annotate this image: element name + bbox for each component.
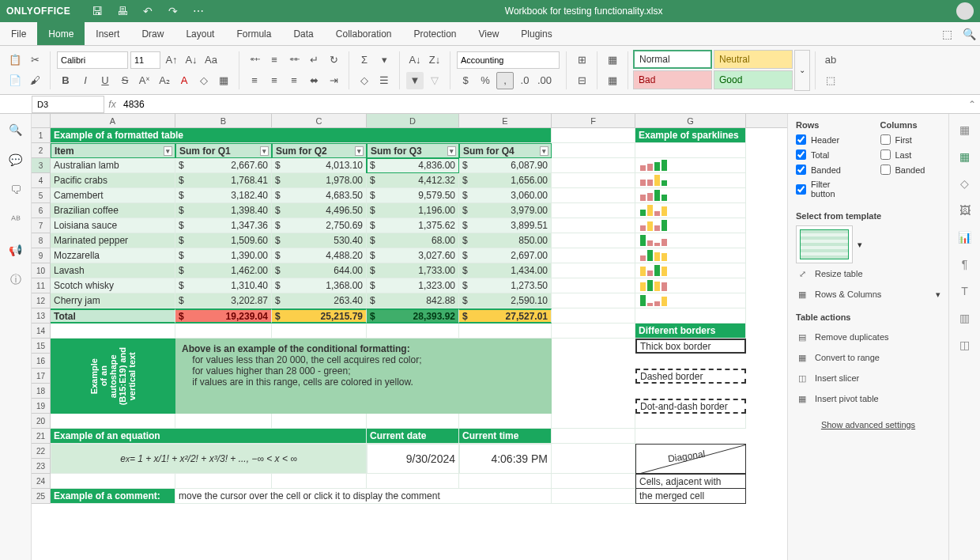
font-name-select[interactable] (57, 51, 128, 69)
paste-icon[interactable]: 📄 (6, 72, 24, 89)
current-time-cell[interactable]: 4:06:39 PM (459, 444, 552, 474)
cell[interactable] (552, 218, 635, 233)
orientation-icon[interactable]: ↻ (325, 51, 342, 69)
cell[interactable]: $25,215.79 (272, 308, 367, 324)
row-header-12[interactable]: 12 (32, 293, 51, 308)
row-header-20[interactable]: 20 (32, 414, 51, 429)
font-size-select[interactable] (130, 51, 160, 69)
advanced-settings-link[interactable]: Show advanced settings (796, 420, 940, 429)
item-cell[interactable]: Mozzarella (51, 248, 175, 263)
menu-collaboration[interactable]: Collaboration (325, 22, 403, 45)
cell[interactable]: $1,656.00 (459, 173, 552, 188)
cell[interactable] (552, 233, 635, 248)
find-icon[interactable]: 🔍 (8, 122, 24, 138)
indent-icon[interactable]: ⇥ (325, 72, 342, 89)
row-header-22[interactable]: 22 (32, 444, 51, 459)
formula-expand-icon[interactable]: ⌃ (964, 99, 980, 110)
italic-button[interactable]: I (77, 72, 94, 89)
sparkline-cell[interactable] (635, 173, 746, 188)
clear-icon[interactable]: ◇ (356, 72, 373, 89)
row-header-16[interactable]: 16 (32, 354, 51, 369)
cell-reference-input[interactable] (32, 96, 104, 113)
col-header-F[interactable]: F (552, 114, 635, 127)
search-icon[interactable]: 🔍 (958, 22, 980, 45)
save-icon[interactable]: 🖫 (89, 3, 105, 19)
cell[interactable]: $1,978.00 (272, 173, 367, 188)
align-bottom-icon[interactable]: ⬵ (285, 51, 303, 69)
time-label[interactable]: Current time (459, 429, 552, 444)
row-header-8[interactable]: 8 (32, 233, 51, 248)
cell[interactable]: $1,347.36 (175, 218, 272, 233)
equation-title[interactable]: Example of an equation (51, 429, 367, 444)
item-cell[interactable]: Scotch whisky (51, 278, 175, 293)
named-range-icon[interactable]: ☰ (375, 72, 393, 89)
cell[interactable] (552, 429, 635, 444)
menu-file[interactable]: File (0, 22, 37, 45)
chk-banded-cols[interactable]: Banded (880, 165, 941, 175)
menu-data[interactable]: Data (282, 22, 324, 45)
table-header[interactable]: Sum for Q3 (367, 143, 459, 158)
item-cell[interactable]: Lavash (51, 263, 175, 278)
item-cell[interactable]: Cherry jam (51, 293, 175, 308)
sparklines-title[interactable]: Example of sparklines (635, 128, 746, 143)
comment-text[interactable]: move the cursor over the cell or click i… (175, 489, 552, 504)
cell[interactable]: $2,750.69 (272, 218, 367, 233)
sparkline-cell[interactable] (635, 248, 746, 263)
cell[interactable]: $1,375.62 (367, 218, 459, 233)
cell[interactable]: $2,697.00 (459, 248, 552, 263)
cell[interactable]: $1,196.00 (367, 203, 459, 218)
replace-icon[interactable]: ab (822, 51, 839, 69)
cell[interactable] (552, 444, 635, 474)
fill-color-button[interactable]: ◇ (195, 72, 213, 89)
chk-banded-rows[interactable]: Banded (796, 165, 857, 175)
superscript-button[interactable]: Aˣ (136, 72, 153, 89)
cell[interactable]: $1,733.00 (367, 263, 459, 278)
style-normal[interactable]: Normal (633, 50, 712, 69)
about-icon[interactable]: ⓘ (8, 272, 24, 288)
chk-last[interactable]: Last (880, 149, 941, 160)
redo-icon[interactable]: ↷ (165, 3, 181, 19)
cell[interactable] (367, 324, 459, 339)
sparkline-cell[interactable] (635, 158, 746, 173)
chk-header[interactable]: Header (796, 134, 857, 145)
dashed-border-cell[interactable]: Dashed border (635, 369, 746, 384)
chk-total[interactable]: Total (796, 149, 857, 160)
cell[interactable]: $4,488.20 (272, 248, 367, 263)
cell[interactable] (175, 474, 272, 489)
comma-style-icon[interactable]: , (496, 72, 514, 89)
row-header-13[interactable]: 13 (32, 308, 51, 324)
table-settings-icon[interactable]: ▦ (957, 149, 973, 165)
format-painter-icon[interactable]: 🖌 (26, 72, 43, 89)
row-header-3[interactable]: 3 (32, 158, 51, 173)
style-neutral[interactable]: Neutral (714, 50, 793, 69)
menu-formula[interactable]: Formula (225, 22, 282, 45)
cell-settings-icon[interactable]: ▦ (957, 122, 973, 138)
underline-button[interactable]: U (96, 72, 114, 89)
row-header-9[interactable]: 9 (32, 248, 51, 263)
shape-settings-icon[interactable]: ◇ (957, 176, 973, 191)
menu-draw[interactable]: Draw (130, 22, 175, 45)
subscript-button[interactable]: A₂ (156, 72, 173, 89)
merge-icon[interactable]: ⬌ (305, 72, 322, 89)
row-header-11[interactable]: 11 (32, 278, 51, 293)
insert-pivot-action[interactable]: ▦Insert pivot table (796, 388, 940, 409)
currency-icon[interactable]: $ (457, 72, 474, 89)
pivot-icon[interactable]: ▥ (957, 310, 973, 326)
cell[interactable] (635, 308, 746, 324)
wrap-text-icon[interactable]: ↵ (305, 51, 322, 69)
cell[interactable]: $1,509.60 (175, 233, 272, 248)
cell[interactable]: $1,462.00 (175, 263, 272, 278)
item-cell[interactable]: Brazilian coffee (51, 203, 175, 218)
item-cell[interactable]: Australian lamb (51, 158, 175, 173)
total-label[interactable]: Total (51, 308, 175, 324)
strike-button[interactable]: S (116, 72, 134, 89)
image-settings-icon[interactable]: 🖼 (957, 202, 973, 218)
cell[interactable]: $1,768.41 (175, 173, 272, 188)
conditional-format-icon[interactable]: ▦ (604, 51, 621, 69)
menu-view[interactable]: View (468, 22, 511, 45)
cell[interactable] (552, 143, 635, 158)
cell[interactable]: $1,273.50 (459, 278, 552, 293)
dotdash-border-cell[interactable]: Dot-and-dash border (635, 399, 746, 414)
cell[interactable]: $19,239.04 (175, 308, 272, 324)
date-label[interactable]: Current date (367, 429, 459, 444)
